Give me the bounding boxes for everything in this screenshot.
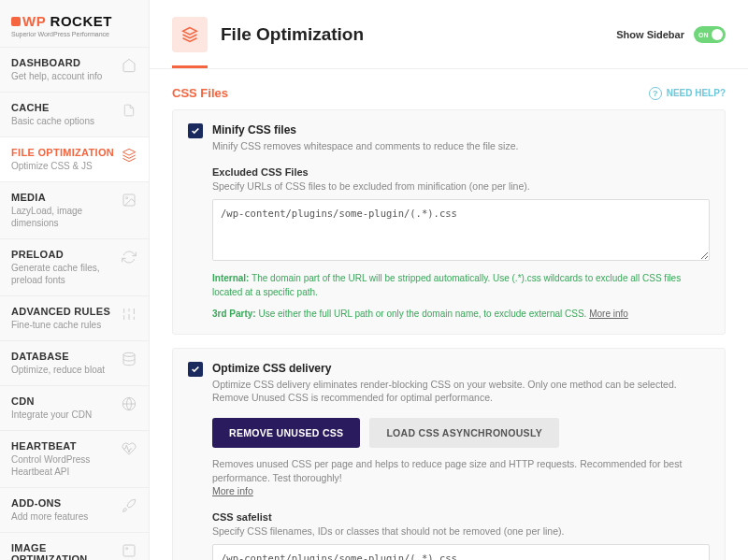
- nav-title: PRELOAD: [11, 249, 115, 260]
- sidebar-item-database[interactable]: DATABASEOptimize, reduce bloat: [0, 340, 149, 385]
- need-help-label: NEED HELP?: [667, 88, 726, 98]
- nav-subtitle: Control WordPress Heartbeat API: [11, 453, 115, 478]
- optimize-css-checkbox[interactable]: [188, 362, 203, 377]
- more-info-link-2[interactable]: More info: [212, 485, 253, 496]
- brand-logo: WP ROCKET Superior WordPress Performance: [0, 0, 149, 47]
- page-title: File Optimization: [221, 24, 616, 45]
- nav-title: DATABASE: [11, 351, 115, 362]
- more-info-link[interactable]: More info: [589, 309, 628, 319]
- excluded-css-desc: Specify URLs of CSS files to be excluded…: [212, 180, 710, 192]
- nav-subtitle: Get help, account info: [11, 70, 115, 82]
- sidebar-item-dashboard[interactable]: DASHBOARDGet help, account info: [0, 47, 149, 92]
- excluded-css-label: Excluded CSS Files: [212, 166, 710, 178]
- minify-css-panel: Minify CSS files Minify CSS removes whit…: [172, 109, 726, 335]
- excluded-css-textarea[interactable]: [212, 199, 710, 261]
- nav-subtitle: Basic cache options: [11, 115, 115, 127]
- nav-subtitle: Generate cache files, preload fonts: [11, 262, 115, 286]
- sidebar: WP ROCKET Superior WordPress Performance…: [0, 0, 150, 560]
- sidebar-item-image-optimization[interactable]: IMAGE OPTIMIZATION: [0, 532, 149, 560]
- main-content: File Optimization Show Sidebar ON CSS Fi…: [150, 0, 748, 560]
- sidebar-item-add-ons[interactable]: ADD-ONSAdd more features: [0, 487, 149, 532]
- sidebar-item-cdn[interactable]: CDNIntegrate your CDN: [0, 385, 149, 430]
- show-sidebar-label: Show Sidebar: [616, 29, 684, 40]
- sidebar-item-cache[interactable]: CACHEBasic cache options: [0, 92, 149, 136]
- hint-3rdparty-label: 3rd Party:: [212, 309, 256, 319]
- nav-subtitle: Optimize CSS & JS: [11, 160, 115, 172]
- hint-3rdparty-text: Use either the full URL path or only the…: [258, 309, 586, 319]
- active-tab-indicator: [172, 65, 208, 68]
- css-safelist-label: CSS safelist: [212, 511, 710, 523]
- svg-marker-0: [122, 149, 135, 155]
- show-sidebar-toggle[interactable]: ON: [694, 26, 726, 43]
- css-safelist-textarea[interactable]: [212, 544, 710, 560]
- minify-css-title: Minify CSS files: [212, 123, 710, 136]
- database-icon: [121, 351, 137, 367]
- need-help-link[interactable]: ? NEED HELP?: [649, 87, 726, 100]
- svg-point-13: [126, 548, 128, 550]
- logo-wp: WP: [22, 13, 46, 29]
- nav-subtitle: Add more features: [11, 510, 115, 523]
- load-css-async-button[interactable]: LOAD CSS ASYNCHRONOUSLY: [369, 418, 559, 448]
- svg-point-9: [123, 352, 135, 356]
- hint-internal-text: The domain part of the URL will be strip…: [212, 273, 681, 297]
- nav-title: ADD-ONS: [11, 497, 115, 509]
- home-icon: [121, 57, 137, 74]
- rocket-icon: [121, 497, 137, 514]
- svg-rect-12: [123, 545, 135, 556]
- globe-icon: [121, 395, 137, 412]
- nav-title: IMAGE OPTIMIZATION: [11, 542, 115, 560]
- svg-marker-14: [183, 28, 197, 36]
- nav-subtitle: LazyLoad, image dimensions: [11, 205, 115, 229]
- minify-css-desc: Minify CSS removes whitespace and commen…: [212, 139, 710, 153]
- hint-internal-label: Internal:: [212, 273, 249, 283]
- layers-icon: [121, 147, 137, 164]
- section-title: CSS Files: [172, 86, 228, 100]
- image-icon: [121, 192, 137, 208]
- nav-title: CDN: [11, 395, 115, 407]
- nav-title: CACHE: [11, 102, 115, 113]
- toggle-on-label: ON: [698, 32, 709, 38]
- sidebar-item-advanced-rules[interactable]: ADVANCED RULESFine-tune cache rules: [0, 295, 149, 340]
- nav-subtitle: Optimize, reduce bloat: [11, 364, 115, 376]
- page-header: File Optimization Show Sidebar ON: [150, 0, 748, 52]
- help-icon: ?: [649, 87, 662, 100]
- nav-subtitle: Fine-tune cache rules: [11, 319, 115, 331]
- nav-title: FILE OPTIMIZATION: [11, 147, 115, 158]
- remove-css-info: Removes unused CSS per page and helps to…: [212, 458, 682, 483]
- css-safelist-desc: Specify CSS filenames, IDs or classes th…: [212, 525, 710, 537]
- refresh-icon: [121, 249, 137, 266]
- nav-title: DASHBOARD: [11, 57, 115, 68]
- nav-title: HEARTBEAT: [11, 440, 115, 452]
- remove-unused-css-button[interactable]: REMOVE UNUSED CSS: [212, 418, 360, 448]
- sliders-icon: [121, 306, 137, 323]
- layers-icon: [172, 17, 208, 52]
- optimize-css-title: Optimize CSS delivery: [212, 362, 710, 375]
- svg-point-2: [126, 197, 128, 199]
- nav-title: ADVANCED RULES: [11, 306, 115, 317]
- sidebar-item-heartbeat[interactable]: HEARTBEATControl WordPress Heartbeat API: [0, 430, 149, 487]
- sidebar-item-media[interactable]: MEDIALazyLoad, image dimensions: [0, 181, 149, 238]
- nav-subtitle: Integrate your CDN: [11, 409, 115, 421]
- image2-icon: [121, 542, 137, 559]
- file-icon: [121, 102, 137, 119]
- minify-css-checkbox[interactable]: [188, 123, 203, 138]
- nav-title: MEDIA: [11, 192, 115, 203]
- logo-tagline: Superior WordPress Performance: [11, 31, 137, 37]
- sidebar-item-preload[interactable]: PRELOADGenerate cache files, preload fon…: [0, 238, 149, 295]
- optimize-css-panel: Optimize CSS delivery Optimize CSS deliv…: [172, 348, 726, 560]
- logo-rocket: ROCKET: [50, 13, 112, 29]
- heart-icon: [121, 440, 137, 457]
- optimize-css-desc: Optimize CSS delivery eliminates render-…: [212, 378, 710, 405]
- sidebar-item-file-optimization[interactable]: FILE OPTIMIZATIONOptimize CSS & JS: [0, 136, 149, 181]
